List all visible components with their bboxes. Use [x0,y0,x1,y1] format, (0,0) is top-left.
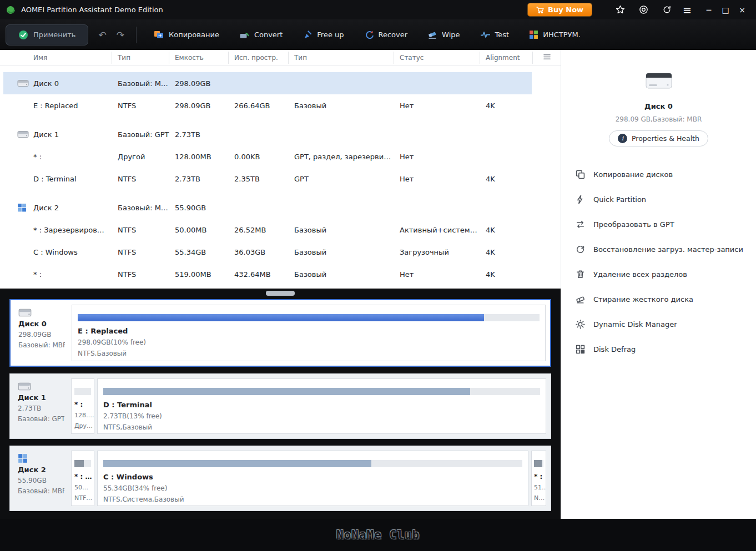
column-header-alignment[interactable]: Alignment [480,52,533,64]
disk-card-table: Базовый: MBR [18,487,64,495]
horizontal-scrollbar-thumb[interactable] [266,291,295,296]
bottom-strip: NoNaMe Club [0,519,756,551]
support-icon[interactable] [638,5,648,15]
table-row-partition[interactable]: * : Зарезервиров… NTFS 50.00MB 26.52MB Б… [0,219,561,241]
menu-icon[interactable]: ≡ [683,4,692,16]
partition-name: * : … [74,473,91,481]
partition-fs: NTFS,Базовый [78,350,540,357]
row-fs: NTFS [112,270,169,279]
selected-disk-info: 298.09 GB,Базовый: MBR [616,115,702,123]
table-row-disk1[interactable]: Диск 1 Базовый: GPT 2.73TB [0,123,561,145]
eraser-icon [576,295,585,304]
row-name: Диск 0 [33,79,59,88]
update-icon[interactable] [662,5,672,15]
row-alignment: 4K [480,226,533,234]
disk-card-size: 55.90GB [18,477,64,484]
toolbar-item-tools[interactable]: ИНСТРУМ. [519,19,591,50]
row-capacity: 298.09GB [169,102,229,110]
toolbar-item-label: Test [495,31,510,39]
menu-item-quick-partition[interactable]: Quick Partition [561,187,756,212]
minimize-button[interactable]: ─ [700,3,717,17]
redo-icon[interactable]: ↷ [117,29,124,41]
table-row-partition[interactable]: C : Windows NTFS 55.34GB 36.03GB Базовый… [0,241,561,263]
star-icon[interactable] [615,5,625,15]
menu-item-disk-copy[interactable]: Копирование дисков [561,162,756,187]
lightning-icon [576,195,585,204]
disk-card-disk1[interactable]: Диск 1 2.73TB Базовый: GPT * : 128…. Дру… [9,373,551,439]
toolbar-item-copy[interactable]: Копирование [143,19,229,50]
row-status: Нет [394,270,480,279]
app-window: AOMEI Partition Assistant Demo Edition B… [0,0,756,551]
column-header-status[interactable]: Статус [394,52,480,64]
row-used: 0.00KB [229,153,289,161]
properties-health-button[interactable]: i Properties & Health [609,130,708,146]
partition-block-c-windows[interactable]: C : Windows 55.34GB(34% free) NTFS,Систе… [97,451,528,506]
toolbar-item-test[interactable]: Test [470,19,520,50]
row-capacity: 519.00MB [169,270,229,279]
toolbar-item-label: Копирование [169,31,219,39]
row-fs: NTFS [112,226,169,234]
disk-card-disk2[interactable]: Диск 2 55.90GB Базовый: MBR * : … 50… NT… [9,446,551,511]
table-row-partition[interactable]: * : NTFS 519.00MB 432.64MB Базовый Нет 4… [0,263,561,285]
table-row-disk2[interactable]: Диск 2 Базовый: MBR 55.90GB [0,196,561,219]
titlebar: AOMEI Partition Assistant Demo Edition B… [0,0,756,19]
disk-card-info: Диск 1 2.73TB Базовый: GPT [10,374,67,438]
partition-size: 298.09GB(10% free) [78,338,540,346]
toolbar-item-recover[interactable]: Recover [354,19,418,50]
menu-item-wipe-hard-drive[interactable]: Стирание жесткого диска [561,287,756,312]
disk-card-size: 2.73TB [18,405,64,412]
menu-item-disk-defrag[interactable]: Disk Defrag [561,337,756,362]
table-row-disk0[interactable]: Диск 0 Базовый: MBR 298.09GB [0,72,561,94]
row-capacity: 50.00MB [169,226,229,234]
buy-now-button[interactable]: Buy Now [528,3,592,16]
column-header-used[interactable]: Исп. простр. [229,52,289,64]
test-icon [480,30,491,39]
menu-item-convert-gpt[interactable]: Преобразовать в GPT [561,212,756,237]
toolbar-item-convert[interactable]: Convert [229,19,293,50]
row-used: 432.64MB [229,270,289,279]
row-status: Нет [394,102,480,110]
table-row-partition[interactable]: D : Terminal NTFS 2.73TB 2.35TB GPT Нет … [0,168,561,190]
undo-icon[interactable]: ↶ [98,29,106,41]
partition-name: E : Replaced [78,327,540,335]
disk-card-info: Диск 0 298.09GB Базовый: MBR [11,300,67,366]
disk-card-name: Диск 0 [18,320,65,328]
freeup-icon [303,30,313,39]
apply-button[interactable]: Применить [6,24,88,46]
partition-block-d-terminal[interactable]: D : Terminal 2.73TB(13% free) NTFS,Базов… [97,378,546,434]
column-header-fs[interactable]: Тип [112,52,169,64]
partition-block-recovery[interactable]: * : 51… N… [531,451,546,506]
toolbar: Применить ↶ ↷ Копирование Convert Free u… [0,19,756,50]
disk-card-table: Базовый: MBR [18,341,65,349]
partition-block-reserved[interactable]: * : 128…. Дру… [71,378,94,434]
disk-card-disk0[interactable]: Диск 0 298.09GB Базовый: MBR E : Replace… [9,299,551,367]
column-options-icon[interactable] [533,52,561,64]
aomei-logo-icon [6,4,17,16]
column-header-type[interactable]: Тип [289,52,394,64]
row-name: * : Зарезервиров… [33,226,104,234]
menu-item-dynamic-disk-manager[interactable]: Dynamic Disk Manager [561,312,756,337]
column-header-name[interactable]: Имя [0,52,112,64]
row-fs: Базовый: MBR [112,204,169,212]
row-name: E : Replaced [33,102,78,110]
window-controls: ─ □ × [700,3,750,17]
menu-item-delete-all-partitions[interactable]: Удаление всех разделов [561,262,756,287]
menu-item-rebuild-mbr[interactable]: Восстановление загруз. мастер-записи [561,237,756,262]
maximize-button[interactable]: □ [717,3,734,17]
partition-fs: NTFS,Система,Базовый [103,496,522,503]
menu-item-label: Disk Defrag [593,345,636,353]
table-row-partition[interactable]: * : Другой 128.00MB 0.00KB GPT, раздел, … [0,145,561,168]
disk-icon [17,79,29,88]
close-button[interactable]: × [734,3,750,17]
copy-icon [153,30,164,39]
partition-block-e-replaced[interactable]: E : Replaced 298.09GB(10% free) NTFS,Баз… [72,305,546,361]
column-header-capacity[interactable]: Емкость [169,52,229,64]
partition-fs: NTFS,Базовый [103,423,540,431]
table-row-partition[interactable]: E : Replaced NTFS 298.09GB 266.64GB Базо… [0,94,561,117]
toolbar-item-wipe[interactable]: Wipe [417,19,470,50]
row-used: 36.03GB [229,248,289,256]
row-status: Загрузочный [394,248,480,256]
toolbar-item-freeup[interactable]: Free up [293,19,354,50]
defrag-grid-icon [576,345,585,354]
partition-block-system-reserved[interactable]: * : … 50… NTF… [71,451,94,506]
